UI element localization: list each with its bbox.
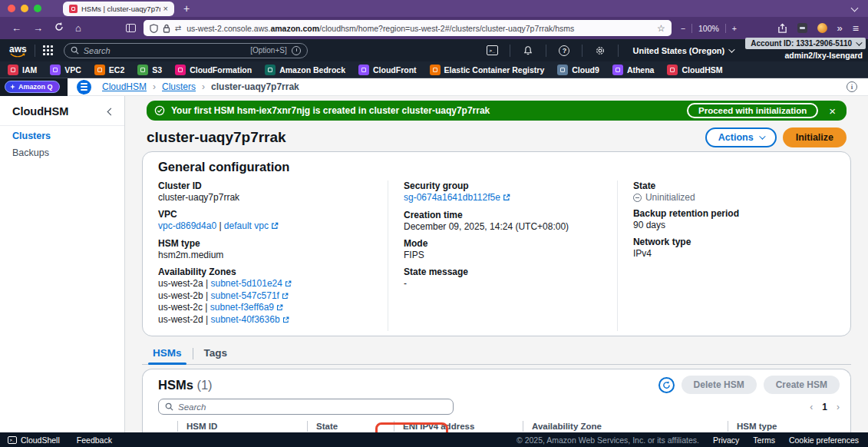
previous-page-icon[interactable]: ‹ bbox=[810, 402, 813, 412]
favorite-vpc[interactable]: VPC bbox=[50, 65, 81, 75]
favorite-athena[interactable]: Athena bbox=[612, 65, 655, 75]
page-number[interactable]: 1 bbox=[822, 402, 827, 412]
external-link-icon bbox=[276, 303, 283, 314]
subnet-link[interactable]: subnet-f3eff6a9 bbox=[210, 302, 274, 313]
list-tabs-icon[interactable] bbox=[851, 5, 859, 12]
hsms-card: HSMs (1) Delete HSM Create HSM ‹ 1 › bbox=[142, 369, 851, 432]
availability-zones-label: Availability Zones bbox=[158, 267, 374, 278]
breadcrumb-current: cluster-uaqy7p7rrak bbox=[211, 81, 299, 92]
creation-time-value: December 09, 2025, 14:24 (UTC+08:00) bbox=[404, 221, 603, 233]
security-group-link[interactable]: sg-0674a1641db112f5e bbox=[404, 192, 500, 203]
new-tab-button[interactable]: + bbox=[183, 2, 190, 15]
favorite-s3[interactable]: S3 bbox=[137, 65, 162, 75]
mode-label: Mode bbox=[404, 238, 603, 250]
actions-button[interactable]: Actions bbox=[705, 127, 777, 147]
cloudshell-icon[interactable]: >_ bbox=[482, 45, 502, 55]
default-vpc-link[interactable]: default vpc bbox=[224, 220, 269, 231]
browser-tab[interactable]: HSMs | cluster-uaqy7p7rrak | Cl × bbox=[63, 2, 174, 16]
favorite-ec2[interactable]: EC2 bbox=[94, 65, 124, 75]
refresh-icon[interactable] bbox=[658, 377, 675, 393]
backup-retention-label: Backup retention period bbox=[633, 208, 821, 220]
bedrock-icon bbox=[265, 65, 276, 75]
subnet-link[interactable]: subnet-5d101e24 bbox=[210, 278, 282, 289]
services-menu-icon[interactable] bbox=[43, 45, 53, 55]
proceed-with-initialization-button[interactable]: Proceed with initialization bbox=[687, 103, 818, 118]
chevron-down-icon bbox=[856, 39, 862, 45]
cluster-id-value: cluster-uaqy7p7rrak bbox=[158, 192, 374, 204]
info-icon[interactable]: i bbox=[847, 81, 857, 92]
favorite-amazon-bedrock[interactable]: Amazon Bedrock bbox=[265, 65, 345, 75]
footer-cloudshell[interactable]: CloudShell bbox=[21, 435, 60, 445]
hsms-count: (1) bbox=[196, 378, 212, 392]
help-icon[interactable]: ? bbox=[554, 45, 574, 56]
sidebar-item-backups[interactable]: Backups bbox=[0, 143, 124, 160]
pagination: ‹ 1 › bbox=[810, 402, 840, 412]
footer-privacy[interactable]: Privacy bbox=[713, 435, 739, 445]
settings-gear-icon[interactable] bbox=[590, 45, 610, 56]
column-hsm-type[interactable]: HSM type bbox=[728, 421, 835, 432]
close-window-button[interactable] bbox=[8, 5, 15, 12]
overflow-menu-icon[interactable]: » bbox=[837, 22, 843, 34]
aws-logo[interactable]: aws bbox=[9, 44, 27, 57]
close-tab-icon[interactable]: × bbox=[163, 4, 168, 13]
breadcrumb-cloudhsm[interactable]: CloudHSM bbox=[102, 81, 147, 92]
footer-cookie-preferences[interactable]: Cookie preferences bbox=[789, 435, 859, 445]
amazon-q-button[interactable]: Amazon Q bbox=[5, 81, 60, 93]
delete-hsm-button[interactable]: Delete HSM bbox=[682, 376, 757, 394]
extension-profile-icon[interactable] bbox=[817, 23, 827, 33]
favorite-cloud9[interactable]: Cloud9 bbox=[557, 65, 599, 75]
reload-icon[interactable] bbox=[54, 22, 64, 34]
side-nav-toggle-icon[interactable] bbox=[77, 80, 91, 94]
zoom-in-icon[interactable]: + bbox=[732, 24, 737, 33]
dismiss-flashbar-icon[interactable]: × bbox=[829, 104, 836, 118]
flashbar-message: Your first HSM hsm-iex7xnr7njg is create… bbox=[171, 105, 687, 116]
collapse-sidenav-icon[interactable] bbox=[107, 108, 115, 115]
column-availability-zone[interactable]: Availability Zone bbox=[523, 421, 728, 432]
home-icon[interactable]: ⌂ bbox=[75, 22, 81, 34]
favorite-iam[interactable]: IAM bbox=[8, 65, 37, 75]
notifications-bell-icon[interactable] bbox=[518, 45, 538, 56]
tab-hsms[interactable]: HSMs bbox=[144, 343, 191, 364]
vpc-link[interactable]: vpc-d869d4a0 bbox=[158, 220, 216, 231]
chevron-down-icon bbox=[728, 46, 734, 52]
zoom-level[interactable]: 100% bbox=[698, 24, 719, 33]
forward-icon[interactable]: → bbox=[33, 22, 43, 34]
tab-tags[interactable]: Tags bbox=[195, 343, 237, 364]
sidebar-item-clusters[interactable]: Clusters bbox=[0, 126, 124, 143]
create-hsm-button[interactable]: Create HSM bbox=[764, 376, 840, 394]
cloudshell-icon: >_ bbox=[8, 436, 17, 444]
share-icon[interactable] bbox=[777, 23, 787, 33]
initialize-button[interactable]: Initialize bbox=[783, 127, 847, 147]
extension-icon[interactable] bbox=[797, 23, 807, 33]
breadcrumb-clusters[interactable]: Clusters bbox=[162, 81, 196, 92]
zoom-out-icon[interactable]: − bbox=[681, 24, 685, 33]
aws-search-bar[interactable]: [Option+S] bbox=[64, 43, 308, 58]
next-page-icon[interactable]: › bbox=[837, 402, 840, 412]
back-icon[interactable]: ← bbox=[12, 22, 21, 34]
subnet-link[interactable]: subnet-547c571f bbox=[210, 290, 279, 301]
hsms-search-box[interactable] bbox=[158, 399, 454, 415]
app-menu-icon[interactable]: ≡ bbox=[853, 22, 859, 35]
region-selector[interactable]: United States (Oregon) bbox=[632, 46, 733, 55]
favorite-cloudhsm[interactable]: CloudHSM bbox=[667, 65, 722, 75]
hsms-search-input[interactable] bbox=[178, 402, 447, 412]
column-state[interactable]: State bbox=[307, 421, 394, 432]
url-bar[interactable]: ⇄ us-west-2.console.aws.amazon.com/cloud… bbox=[144, 20, 672, 36]
cloudfront-icon bbox=[358, 65, 369, 75]
bookmark-star-icon[interactable]: ☆ bbox=[657, 23, 665, 34]
column-hsm-id[interactable]: HSM ID bbox=[177, 421, 307, 432]
maximize-window-button[interactable] bbox=[34, 5, 41, 12]
favorite-cloudfront[interactable]: CloudFront bbox=[358, 65, 417, 75]
minimize-window-button[interactable] bbox=[21, 5, 28, 12]
subnet-link[interactable]: subnet-40f3636b bbox=[210, 314, 279, 325]
footer-terms[interactable]: Terms bbox=[753, 435, 775, 445]
security-group-label: Security group bbox=[404, 180, 603, 192]
aws-search-input[interactable] bbox=[84, 46, 246, 55]
footer-feedback[interactable]: Feedback bbox=[77, 435, 112, 445]
column-eni-ipv4[interactable]: ENI IPv4 address bbox=[394, 421, 523, 432]
sidebar-toggle-icon[interactable] bbox=[126, 24, 136, 32]
favorite-cloudformation[interactable]: CloudFormation bbox=[175, 65, 252, 75]
favorite-ecr[interactable]: Elastic Container Registry bbox=[430, 65, 545, 75]
permissions-icon[interactable]: ⇄ bbox=[175, 24, 181, 32]
account-menu[interactable]: Account ID: 1331-2906-5110 bbox=[745, 38, 866, 49]
